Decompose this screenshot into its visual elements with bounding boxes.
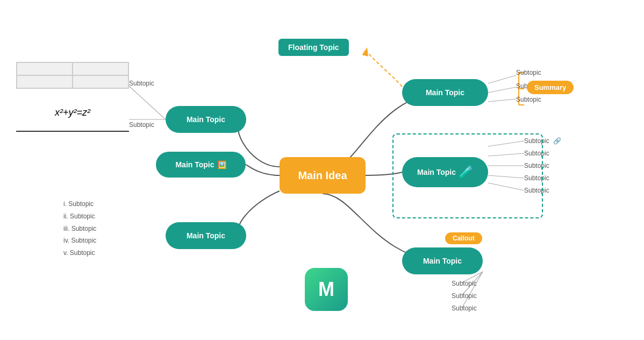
- ordered-subtopic-3: iii. Subtopic: [63, 223, 96, 235]
- main-topic-left-mid[interactable]: Main Topic 🖼️: [156, 152, 246, 178]
- main-idea-node[interactable]: Main Idea: [280, 157, 366, 194]
- main-topic-mid-right[interactable]: Main Topic 🧪: [402, 157, 488, 187]
- subtopic-br-3: Subtopic: [452, 304, 477, 312]
- main-topic-top-right[interactable]: Main Topic: [402, 79, 488, 106]
- subtopic-table: Subtopic: [129, 80, 154, 87]
- main-topic-mid-right-label: Main Topic: [417, 168, 456, 176]
- ordered-subtopic-2: ii. Subtopic: [63, 210, 96, 223]
- table-cell-4: [73, 75, 128, 88]
- main-topic-left-mid-label: Main Topic: [175, 160, 214, 169]
- link-icon: 🔗: [553, 137, 561, 145]
- mm-logo: M: [305, 268, 348, 311]
- note-icon-left: 🖼️: [217, 160, 226, 169]
- main-topic-left-top[interactable]: Main Topic: [166, 106, 246, 133]
- callout-bubble: Callout: [445, 232, 482, 244]
- subtopic-tr-1: Subtopic: [516, 69, 541, 76]
- equation-text: x²+y²=z²: [55, 107, 90, 118]
- svg-line-1: [488, 87, 516, 93]
- ordered-subtopic-4: iv. Subtopic: [63, 235, 96, 247]
- svg-line-0: [488, 75, 516, 83]
- subtopic-tr-3: Subtopic: [516, 96, 541, 103]
- main-topic-left-top-label: Main Topic: [187, 115, 225, 124]
- summary-label: Summary: [527, 81, 574, 94]
- main-topic-left-bot-label: Main Topic: [187, 231, 225, 240]
- svg-line-10: [462, 272, 483, 307]
- ordered-subtopic-5: v. Subtopic: [63, 247, 96, 259]
- ordered-subtopic-1: i. Subtopic: [63, 198, 96, 210]
- table-cell-2: [73, 62, 128, 75]
- table-cell-1: [17, 62, 73, 75]
- main-idea-label: Main Idea: [298, 169, 347, 182]
- svg-line-12: [129, 86, 166, 119]
- table-cell-3: [17, 75, 73, 88]
- main-topic-top-right-label: Main Topic: [426, 88, 464, 97]
- floating-topic[interactable]: Floating Topic: [278, 39, 349, 56]
- main-topic-bot-right-label: Main Topic: [423, 257, 462, 265]
- main-topic-left-bot[interactable]: Main Topic: [166, 222, 246, 249]
- subtopic-br-2: Subtopic: [452, 292, 477, 300]
- ordered-subtopics: i. Subtopic ii. Subtopic iii. Subtopic i…: [63, 198, 96, 259]
- mm-logo-icon: M: [318, 278, 334, 301]
- subtopic-br-1: Subtopic: [452, 280, 477, 287]
- table-box: [16, 62, 129, 89]
- floating-topic-label: Floating Topic: [288, 43, 339, 52]
- main-topic-bot-right[interactable]: Main Topic: [402, 247, 483, 274]
- svg-line-2: [488, 99, 516, 102]
- equation-box: x²+y²=z²: [16, 94, 129, 132]
- subtopic-eq: Subtopic: [129, 121, 154, 129]
- beaker-icon: 🧪: [459, 165, 473, 179]
